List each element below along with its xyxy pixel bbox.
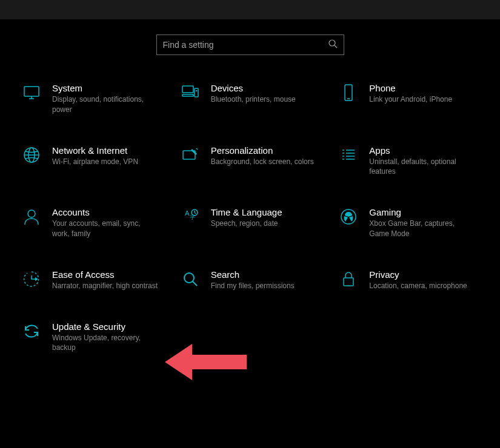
tile-title: Apps	[369, 145, 475, 156]
tile-ease-of-access[interactable]: Ease of Access Narrator, magnifier, high…	[18, 266, 165, 294]
tile-title: System	[52, 83, 158, 93]
search-input[interactable]	[163, 40, 328, 50]
search-icon	[328, 39, 338, 51]
tile-title: Personalization	[211, 145, 314, 156]
svg-line-1	[335, 45, 337, 48]
tile-title: Phone	[369, 83, 452, 93]
tile-apps[interactable]: Apps Uninstall, defaults, optional featu…	[335, 142, 482, 180]
system-icon	[21, 82, 42, 104]
svg-rect-2	[24, 87, 39, 96]
svg-line-15	[196, 148, 198, 150]
gaming-icon	[338, 206, 359, 228]
tile-gaming[interactable]: Gaming Xbox Game Bar, captures, Game Mod…	[335, 203, 482, 242]
tile-time-language[interactable]: A 字 Time & Language Speech, region, date	[177, 203, 324, 242]
tile-search[interactable]: Search Find my files, permissions	[177, 266, 324, 294]
tile-title: Search	[211, 269, 295, 280]
tile-network[interactable]: Network & Internet Wi-Fi, airplane mode,…	[18, 142, 165, 180]
globe-icon	[21, 144, 42, 166]
tile-title: Privacy	[369, 269, 467, 280]
settings-grid: System Display, sound, notifications, po…	[0, 79, 500, 355]
apps-icon	[338, 144, 359, 166]
titlebar	[0, 0, 500, 19]
tile-title: Accounts	[52, 207, 158, 217]
svg-marker-31	[35, 277, 38, 281]
time-language-icon: A 字	[179, 206, 201, 228]
tile-title: Devices	[211, 83, 296, 93]
phone-icon	[338, 82, 359, 104]
tile-desc: Display, sound, notifications, power	[52, 94, 158, 115]
tile-desc: Find my files, permissions	[211, 281, 295, 291]
tile-desc: Background, lock screen, colors	[211, 157, 314, 167]
svg-point-8	[196, 91, 196, 91]
svg-line-29	[195, 212, 196, 214]
tile-title: Time & Language	[211, 207, 282, 217]
tile-update-security[interactable]: Update & Security Windows Update, recove…	[18, 318, 165, 356]
svg-point-24	[28, 210, 35, 217]
tile-desc: Windows Update, recovery, backup	[52, 333, 158, 354]
tile-desc: Link your Android, iPhone	[369, 94, 452, 105]
tile-personalization[interactable]: Personalization Background, lock screen,…	[177, 142, 324, 180]
lock-icon	[338, 268, 359, 290]
ease-of-access-icon	[21, 268, 42, 290]
svg-rect-34	[344, 278, 353, 286]
tile-desc: Your accounts, email, sync, work, family	[52, 219, 158, 239]
tile-title: Gaming	[369, 207, 475, 217]
search-category-icon	[179, 268, 201, 290]
accounts-icon	[21, 206, 42, 228]
tile-desc: Speech, region, date	[211, 219, 282, 229]
svg-rect-7	[195, 88, 198, 97]
svg-point-0	[329, 40, 335, 46]
tile-title: Update & Security	[52, 321, 158, 332]
tile-privacy[interactable]: Privacy Location, camera, microphone	[335, 266, 482, 294]
tile-title: Ease of Access	[52, 269, 158, 280]
tile-desc: Xbox Game Bar, captures, Game Mode	[369, 219, 475, 239]
search-container	[0, 35, 500, 55]
svg-line-33	[193, 282, 197, 286]
svg-text:A: A	[185, 209, 190, 217]
search-box[interactable]	[156, 35, 344, 55]
tile-desc: Narrator, magnifier, high contrast	[52, 281, 158, 291]
personalization-icon	[179, 144, 201, 166]
tile-desc: Bluetooth, printers, mouse	[211, 94, 296, 105]
svg-rect-9	[345, 85, 352, 100]
devices-icon	[179, 82, 201, 104]
update-icon	[21, 320, 42, 342]
tile-title: Network & Internet	[52, 145, 138, 156]
svg-rect-6	[182, 94, 193, 96]
svg-point-32	[184, 273, 194, 283]
tile-accounts[interactable]: Accounts Your accounts, email, sync, wor…	[18, 203, 165, 242]
tile-devices[interactable]: Devices Bluetooth, printers, mouse	[177, 79, 324, 117]
tile-system[interactable]: System Display, sound, notifications, po…	[18, 79, 165, 117]
tile-phone[interactable]: Phone Link your Android, iPhone	[335, 79, 482, 117]
tile-desc: Wi-Fi, airplane mode, VPN	[52, 157, 138, 167]
tile-desc: Uninstall, defaults, optional features	[369, 157, 475, 177]
tile-desc: Location, camera, microphone	[369, 281, 467, 291]
svg-rect-5	[182, 86, 193, 93]
